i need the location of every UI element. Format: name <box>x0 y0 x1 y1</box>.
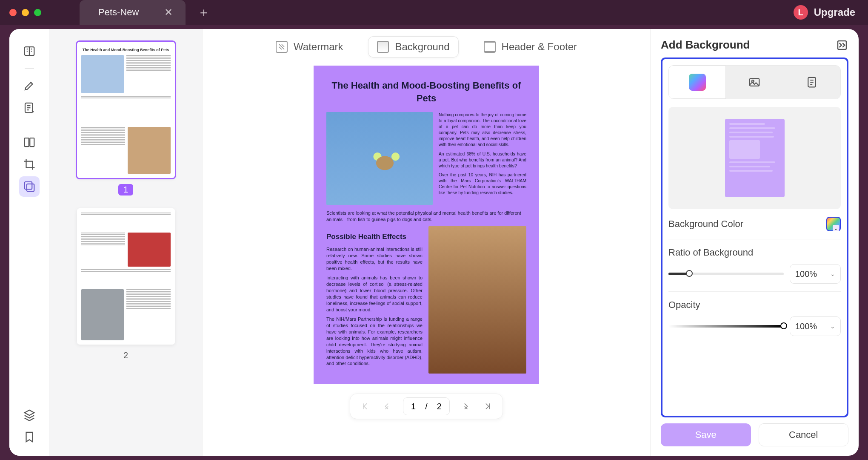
rainbow-swatch-icon <box>689 74 706 91</box>
background-color-picker[interactable] <box>826 217 841 231</box>
page-sep: / <box>425 402 428 411</box>
cat-image <box>326 112 433 205</box>
background-icon <box>377 41 389 53</box>
close-window-button[interactable] <box>9 9 17 16</box>
ratio-value: 100% <box>795 269 817 279</box>
current-page: 1 <box>411 402 416 411</box>
document-canvas: Watermark Background Header & Footer The… <box>203 29 650 456</box>
header-footer-icon <box>484 41 496 53</box>
edit-mode-tabs: Watermark Background Header & Footer <box>267 37 585 57</box>
window-controls <box>9 9 41 16</box>
thumb-number: 2 <box>123 351 128 360</box>
next-page-button[interactable] <box>457 397 475 415</box>
svg-rect-3 <box>30 138 34 147</box>
left-toolbar <box>9 29 49 456</box>
tab-title: Pets-New <box>98 7 139 18</box>
tab-label: Watermark <box>294 41 343 53</box>
first-page-button[interactable] <box>356 397 374 415</box>
tab-watermark[interactable]: Watermark <box>267 37 351 57</box>
chevron-down-icon: ⌄ <box>830 270 835 277</box>
reader-mode-tool[interactable] <box>19 41 40 61</box>
save-button[interactable]: Save <box>661 423 751 446</box>
crop-tool[interactable] <box>19 154 40 175</box>
collapse-panel-button[interactable] <box>836 39 848 52</box>
bookmark-tool[interactable] <box>19 427 40 447</box>
total-pages: 2 <box>437 402 442 411</box>
tab-background[interactable]: Background <box>368 37 458 57</box>
thumbnail-page-1[interactable]: The Health and Mood-Boosting Benefits of… <box>77 42 175 196</box>
page-navigator: 1 / 2 <box>350 394 503 419</box>
last-page-button[interactable] <box>479 397 497 415</box>
body-text: Over the past 10 years, NIH has partnere… <box>439 172 526 196</box>
section-heading: Possible Health Effects <box>326 232 423 242</box>
thumbnail-page-2[interactable]: 2 <box>77 208 175 360</box>
page-title: The Health and Mood-Boosting Benefits of… <box>326 79 526 104</box>
thumb-number: 1 <box>118 184 133 196</box>
preview-thumbnail <box>725 119 785 197</box>
background-settings-group: Background Color Ratio of Background 100… <box>661 58 848 417</box>
svg-rect-2 <box>24 138 29 147</box>
body-text: Interacting with animals has been shown … <box>326 275 423 313</box>
tab-header-footer[interactable]: Header & Footer <box>475 37 585 57</box>
dog-image <box>428 226 526 374</box>
body-text: Scientists are looking at what the poten… <box>326 210 526 223</box>
thumbnails-panel: The Health and Mood-Boosting Benefits of… <box>49 29 203 456</box>
opacity-value-field[interactable]: 100% ⌄ <box>790 316 841 336</box>
bg-type-image[interactable] <box>726 66 783 99</box>
document-tab[interactable]: Pets-New ✕ <box>80 0 186 25</box>
watermark-icon <box>276 41 288 53</box>
close-tab-icon[interactable]: ✕ <box>164 6 173 18</box>
prev-page-button[interactable] <box>377 397 395 415</box>
file-icon <box>805 76 818 89</box>
compare-tool[interactable] <box>19 132 40 152</box>
opacity-label: Opacity <box>668 299 841 310</box>
opacity-value: 100% <box>795 322 817 331</box>
document-page[interactable]: The Health and Mood-Boosting Benefits of… <box>314 66 539 384</box>
form-tool[interactable] <box>19 98 40 118</box>
body-text: An estimated 68% of U.S. households have… <box>439 151 526 169</box>
body-text: Nothing compares to the joy of coming ho… <box>439 112 526 147</box>
layers-tool[interactable] <box>19 405 40 425</box>
title-bar: Pets-New ✕ ＋ L Upgrade <box>0 0 868 25</box>
body-text: The NIH/Mars Partnership is funding a ra… <box>326 316 423 367</box>
app-window: The Health and Mood-Boosting Benefits of… <box>9 29 859 456</box>
upgrade-button[interactable]: L Upgrade <box>794 5 855 20</box>
new-tab-button[interactable]: ＋ <box>197 4 210 21</box>
upgrade-label: Upgrade <box>814 6 855 18</box>
image-icon <box>748 76 761 89</box>
background-color-label: Background Color <box>668 218 743 230</box>
background-tool[interactable] <box>19 176 40 197</box>
opacity-slider[interactable] <box>668 325 784 328</box>
highlighter-tool[interactable] <box>19 75 40 96</box>
page-number-field[interactable]: 1 / 2 <box>403 397 450 415</box>
thumb-title: The Health and Mood-Boosting Benefits of… <box>83 48 169 52</box>
body-text: Research on human-animal interactions is… <box>326 246 423 271</box>
ratio-label: Ratio of Background <box>668 247 841 258</box>
ratio-value-field[interactable]: 100% ⌄ <box>790 264 841 284</box>
svg-rect-4 <box>24 182 32 190</box>
bg-type-color[interactable] <box>669 66 726 99</box>
avatar: L <box>794 5 808 20</box>
ratio-slider[interactable] <box>668 273 784 275</box>
bg-type-file[interactable] <box>783 66 840 99</box>
add-background-panel: Add Background <box>650 29 859 456</box>
cancel-button[interactable]: Cancel <box>759 423 849 446</box>
chevron-down-icon: ⌄ <box>830 323 835 330</box>
minimize-window-button[interactable] <box>22 9 29 16</box>
maximize-window-button[interactable] <box>34 9 41 16</box>
background-preview <box>668 107 841 209</box>
svg-rect-5 <box>26 184 34 192</box>
tab-label: Background <box>395 41 449 53</box>
background-type-tabs <box>668 65 841 99</box>
tab-label: Header & Footer <box>502 41 577 53</box>
panel-title: Add Background <box>661 38 750 52</box>
